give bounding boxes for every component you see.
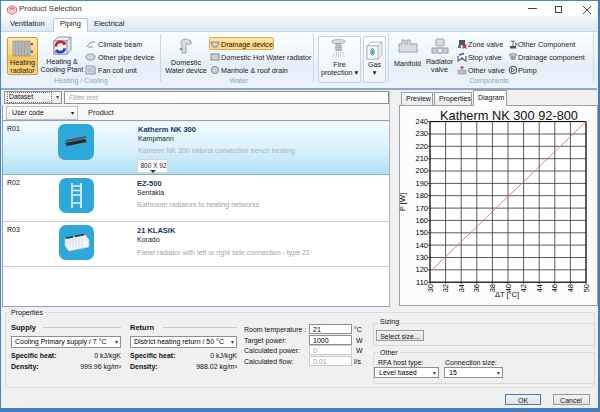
svg-text:160: 160 bbox=[415, 216, 428, 225]
svg-text:42: 42 bbox=[519, 284, 528, 292]
svg-text:210: 210 bbox=[415, 154, 428, 163]
svg-text:130: 130 bbox=[415, 253, 428, 262]
svg-text:Katherm NK 300 92-800: Katherm NK 300 92-800 bbox=[440, 108, 578, 123]
svg-text:50: 50 bbox=[582, 284, 591, 292]
svg-text:P [W]: P [W] bbox=[399, 193, 407, 211]
svg-text:46: 46 bbox=[550, 284, 559, 292]
svg-text:150: 150 bbox=[415, 228, 428, 237]
svg-text:120: 120 bbox=[415, 265, 428, 274]
svg-text:190: 190 bbox=[415, 179, 428, 188]
svg-text:200: 200 bbox=[415, 166, 428, 175]
svg-text:32: 32 bbox=[441, 284, 450, 292]
svg-text:240: 240 bbox=[415, 117, 428, 126]
svg-text:44: 44 bbox=[535, 284, 544, 292]
svg-text:ΔT [°C]: ΔT [°C] bbox=[495, 290, 519, 299]
svg-text:220: 220 bbox=[415, 142, 428, 151]
svg-text:140: 140 bbox=[415, 241, 428, 250]
svg-text:48: 48 bbox=[566, 284, 575, 292]
svg-text:34: 34 bbox=[457, 284, 466, 292]
svg-text:170: 170 bbox=[415, 204, 428, 213]
svg-text:230: 230 bbox=[415, 129, 428, 138]
svg-text:30: 30 bbox=[426, 284, 435, 292]
svg-text:36: 36 bbox=[472, 284, 481, 292]
svg-text:180: 180 bbox=[415, 191, 428, 200]
